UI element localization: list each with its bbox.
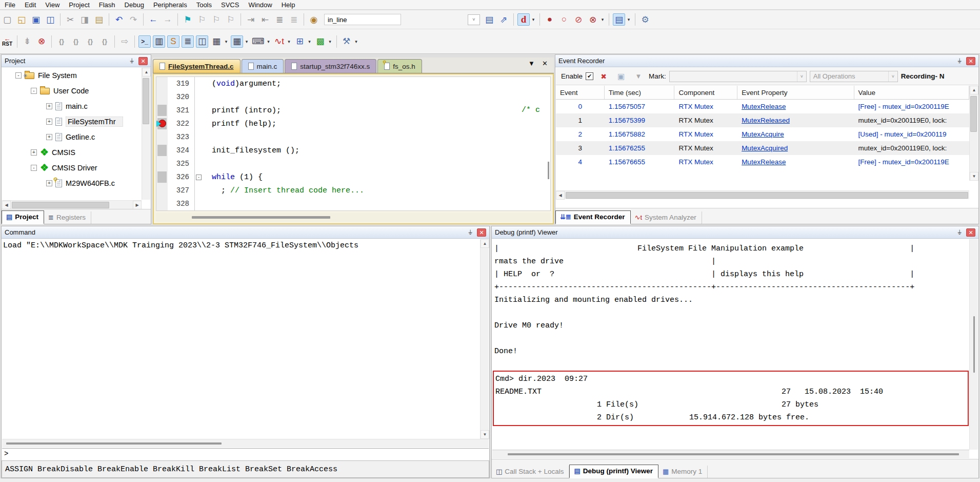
chevron-down-icon[interactable]: ▾ [531, 17, 536, 22]
close-document-icon[interactable]: ✕ [542, 60, 548, 67]
scrollbar-thumb[interactable] [970, 96, 977, 132]
scrollbar-thumb[interactable] [973, 316, 975, 373]
navigate-back-icon[interactable]: ← [147, 13, 159, 26]
menu-window[interactable]: Window [244, 0, 276, 10]
kill-all-breakpoints-icon[interactable]: ⊗ [587, 13, 599, 26]
chevron-down-icon[interactable]: ▾ [626, 17, 631, 22]
breakpoint-gutter[interactable] [156, 117, 168, 130]
close-icon[interactable]: ✕ [966, 228, 975, 237]
chevron-down-icon[interactable]: ▾ [224, 39, 229, 44]
save-icon[interactable]: ▣ [30, 13, 42, 26]
find-options-combo[interactable]: ˅ [468, 14, 480, 25]
event-property-cell[interactable]: MutexAcquire [737, 130, 854, 138]
pin-icon[interactable]: ⏚ [466, 228, 474, 237]
find-text-input[interactable] [324, 14, 401, 25]
tab-main-c[interactable]: main.c [242, 59, 284, 73]
toggle-bookmark-icon[interactable]: ⚑ [182, 13, 194, 26]
close-icon[interactable]: ✕ [138, 57, 148, 65]
watch-window-icon[interactable]: ▦ [210, 35, 223, 48]
event-property-link[interactable]: MutexRelease [742, 103, 786, 110]
tree-item-user-code[interactable]: -User Code [2, 83, 142, 99]
command-input[interactable]: > [2, 448, 489, 459]
chevron-down-icon[interactable]: ▾ [307, 39, 312, 44]
breakpoint-gutter[interactable] [156, 197, 168, 210]
breakpoint-gutter[interactable] [156, 77, 168, 90]
show-next-statement-icon[interactable]: ⇨ [118, 35, 131, 48]
mark-combo[interactable]: ˅ [669, 71, 807, 82]
find-in-files-icon[interactable]: ◉ [308, 13, 320, 26]
menu-project[interactable]: Project [64, 0, 94, 10]
collapse-icon[interactable]: - [31, 88, 37, 94]
breakpoint-gutter[interactable] [156, 104, 168, 117]
event-row[interactable]: 01.15675057RTX MutexMutexRelease[Free] -… [556, 100, 969, 113]
enable-breakpoint-icon[interactable]: ○ [558, 13, 570, 26]
scroll-left-icon[interactable]: ◀ [2, 201, 11, 209]
pin-icon[interactable]: ⏚ [128, 57, 136, 65]
scroll-down-icon[interactable]: ▼ [970, 172, 978, 181]
scrollbar-thumb[interactable] [12, 202, 109, 208]
column-header-time-sec-[interactable]: Time (sec) [605, 86, 675, 99]
toolbox-icon[interactable]: ⚒ [341, 35, 353, 48]
pin-icon[interactable]: ⏚ [955, 57, 964, 65]
event-property-cell[interactable]: MutexRelease [737, 103, 854, 110]
next-bookmark-icon[interactable]: ⚐ [210, 13, 223, 26]
tab-fs-os-h[interactable]: fs_os.h [377, 59, 422, 73]
chevron-down-icon[interactable]: ▾ [244, 39, 249, 44]
chevron-down-icon[interactable]: ▾ [600, 17, 605, 22]
event-row[interactable]: 11.15675399RTX MutexMutexReleasedmutex_i… [556, 113, 969, 127]
breakpoint-gutter[interactable] [156, 184, 168, 197]
breakpoint-gutter[interactable] [156, 90, 168, 104]
tree-item-m29w640fb-c[interactable]: +⚲M29W640FB.c [2, 176, 142, 191]
scrollbar-thumb[interactable] [143, 78, 149, 124]
scroll-up-icon[interactable]: ▲ [481, 239, 489, 248]
tree-item-file-system[interactable]: -File System [2, 68, 142, 83]
menu-tools[interactable]: Tools [192, 0, 216, 10]
system-viewer-icon[interactable]: ▩ [314, 35, 327, 48]
event-property-link[interactable]: MutexAcquired [742, 144, 788, 152]
column-header-component[interactable]: Component [674, 86, 737, 99]
menu-help[interactable]: Help [277, 0, 300, 10]
event-property-link[interactable]: MutexRelease [742, 158, 786, 166]
enable-checkbox[interactable]: ✔ [586, 72, 593, 80]
window-list-icon[interactable]: ▤ [613, 13, 625, 26]
scrollbar-thumb[interactable] [566, 192, 968, 199]
scroll-down-icon[interactable]: ▼ [481, 430, 489, 439]
operations-combo[interactable]: All Operations˅ [810, 71, 898, 82]
step-out-icon[interactable]: {} [84, 35, 96, 48]
menu-debug[interactable]: Debug [120, 0, 149, 10]
copy-icon[interactable]: ◨ [78, 13, 91, 26]
breakpoint-gutter[interactable] [156, 144, 168, 157]
scroll-up-icon[interactable]: ▲ [970, 86, 978, 94]
menu-flash[interactable]: Flash [94, 0, 120, 10]
stop-icon[interactable]: ⊗ [35, 35, 48, 48]
debug-viewer-output[interactable]: | FileSystem File Manipulation example |… [492, 239, 969, 450]
event-table-vscrollbar[interactable]: ▲ ▼ [969, 86, 978, 181]
event-property-cell[interactable]: MutexRelease [737, 158, 854, 166]
tree-item-filesystemthr[interactable]: +FileSystemThr [2, 114, 142, 129]
tab-project[interactable]: ▤Project [2, 210, 44, 224]
undo-icon[interactable]: ↶ [113, 13, 125, 26]
symbol-window-icon[interactable]: S [167, 35, 179, 48]
expand-icon[interactable]: + [46, 180, 52, 186]
command-window-icon[interactable]: >_ [138, 35, 151, 48]
tree-item-main-c[interactable]: +main.c [2, 99, 142, 114]
step-icon[interactable]: {} [55, 35, 68, 48]
chevron-down-icon[interactable]: ˅ [888, 71, 897, 82]
tab-memory-1[interactable]: ▦Memory 1 [658, 466, 708, 478]
event-property-link[interactable]: MutexAcquire [742, 130, 784, 138]
disassembly-window-icon[interactable]: ▥ [153, 35, 165, 48]
run-icon[interactable]: ⇟ [21, 35, 33, 48]
pin-icon[interactable]: ⏚ [955, 228, 964, 237]
scroll-right-icon[interactable]: ▶ [133, 201, 142, 209]
tab-call-stack-locals[interactable]: ◫Call Stack + Locals [492, 466, 569, 478]
tree-item-cmsis[interactable]: +❖CMSIS [2, 145, 142, 160]
tab-filesystemthread-c[interactable]: FileSystemThread.c [153, 59, 241, 73]
tree-item-getline-c[interactable]: +Getline.c [2, 129, 142, 145]
menu-svcs[interactable]: SVCS [216, 0, 244, 10]
chevron-down-icon[interactable]: ▾ [328, 39, 333, 44]
editor-hscrollbar[interactable] [156, 213, 551, 222]
scrollbar-thumb[interactable] [6, 442, 222, 445]
column-header-event-property[interactable]: Event Property [737, 86, 854, 99]
project-tree-hscrollbar[interactable]: ◀ ▶ [2, 200, 142, 209]
comment-icon[interactable]: ≣ [273, 13, 286, 26]
